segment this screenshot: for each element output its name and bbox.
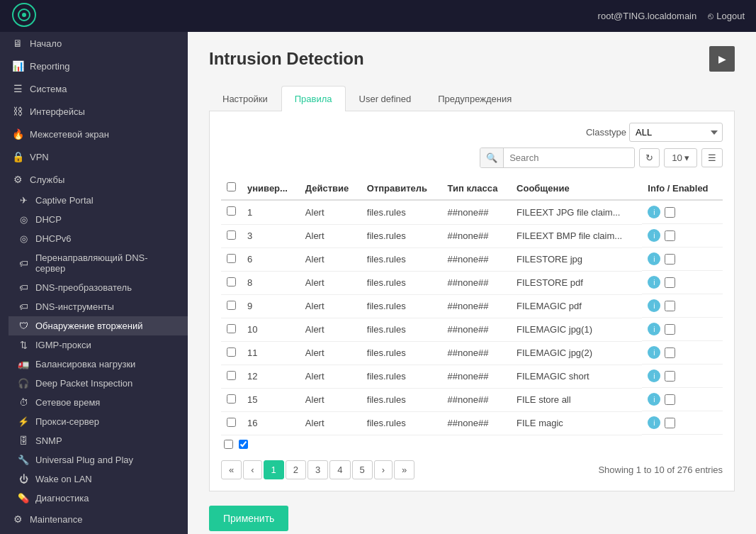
sidebar-item-label: Начало xyxy=(30,38,62,49)
info-icon-9[interactable]: i xyxy=(648,416,660,429)
sidebar-item-intrusion[interactable]: 🛡 Обнаружение вторжений xyxy=(9,316,188,335)
row-classtype-1: ##none## xyxy=(442,224,512,247)
page-first-button[interactable]: « xyxy=(221,460,242,479)
page-next-button[interactable]: › xyxy=(374,460,393,479)
enable-checkbox-6[interactable] xyxy=(665,347,675,358)
sidebar-item-proxy[interactable]: ⚡ Прокси-сервер xyxy=(9,412,188,431)
info-icon-2[interactable]: i xyxy=(648,252,660,265)
maintenance-icon: ⚙ xyxy=(11,513,24,525)
info-icon-1[interactable]: i xyxy=(648,229,660,242)
sidebar-item-captive-portal[interactable]: ✈ Captive Portal xyxy=(9,191,188,210)
row-action-5: Alert xyxy=(300,318,361,341)
row-checkbox-6[interactable] xyxy=(227,347,236,357)
info-icon-4[interactable]: i xyxy=(648,299,660,312)
enable-checkbox-9[interactable] xyxy=(665,418,675,428)
enable-checkbox-8[interactable] xyxy=(665,394,675,405)
enable-checkbox-7[interactable] xyxy=(665,371,675,382)
row-action-1: Alert xyxy=(300,224,361,247)
enable-checkbox-2[interactable] xyxy=(665,254,675,265)
info-icon-6[interactable]: i xyxy=(648,346,660,359)
info-icon-5[interactable]: i xyxy=(648,323,660,335)
logout-button[interactable]: ⎋ Logout xyxy=(708,11,745,21)
sidebar-item-sistema[interactable]: ☰ Система xyxy=(0,77,188,100)
row-classtype-3: ##none## xyxy=(442,271,512,294)
sidebar-item-vpn[interactable]: 🔒 VPN xyxy=(0,145,188,168)
sidebar-item-dhcpv6[interactable]: ◎ DHCPv6 xyxy=(9,229,188,248)
bulk-checkbox-1[interactable] xyxy=(224,440,233,449)
sidebar-item-label: DHCP xyxy=(35,214,62,225)
tab-settings[interactable]: Настройки xyxy=(209,86,281,111)
apply-button[interactable]: Применить xyxy=(209,506,288,531)
sidebar-item-dhcp[interactable]: ◎ DHCP xyxy=(9,210,188,229)
row-message-8: FILE store all xyxy=(511,388,642,411)
tab-user-defined[interactable]: User defined xyxy=(346,86,425,111)
sidebar-item-loadbalancer[interactable]: 🚛 Балансировка нагрузки xyxy=(9,355,188,374)
row-checkbox-7[interactable] xyxy=(227,371,236,380)
bulk-checkbox-2[interactable] xyxy=(239,440,248,449)
sidebar-item-igmp[interactable]: ⇅ IGMP-прокси xyxy=(9,335,188,355)
enable-checkbox-5[interactable] xyxy=(665,324,675,335)
info-icon-0[interactable]: i xyxy=(648,206,660,218)
sidebar-item-nachalo[interactable]: 🖥 Начало xyxy=(0,32,188,55)
sidebar-item-reporting[interactable]: 📊 Reporting xyxy=(0,55,188,77)
play-button[interactable]: ▶ xyxy=(709,46,735,72)
row-sender-1: files.rules xyxy=(361,224,442,247)
search-input[interactable] xyxy=(504,149,634,167)
page-prev-button[interactable]: ‹ xyxy=(243,460,261,479)
row-checkbox-9[interactable] xyxy=(227,418,236,427)
rows-select-button[interactable]: 10 ▾ xyxy=(664,148,697,167)
page-1-button[interactable]: 1 xyxy=(264,460,284,479)
tab-alerts[interactable]: Предупреждения xyxy=(424,86,525,111)
tab-rules[interactable]: Правила xyxy=(281,86,346,111)
sidebar-item-dpi[interactable]: 🎧 Deep Packet Inspection xyxy=(9,374,188,393)
row-info-6: i xyxy=(642,341,723,365)
sidebar-item-time[interactable]: ⏱ Сетевое время xyxy=(9,393,188,412)
sidebar-item-dns-resolver[interactable]: 🏷 DNS-преобразователь xyxy=(9,278,188,297)
row-checkbox-5[interactable] xyxy=(227,324,236,333)
sidebar-item-label: Система xyxy=(30,84,67,94)
info-icon-7[interactable]: i xyxy=(648,369,660,382)
row-checkbox-1[interactable] xyxy=(227,230,236,240)
row-action-4: Alert xyxy=(300,294,361,318)
enable-checkbox-1[interactable] xyxy=(665,230,675,241)
sidebar-item-upnp[interactable]: 🔧 Universal Plug and Play xyxy=(9,450,188,469)
row-checkbox-0[interactable] xyxy=(227,206,236,216)
page-5-button[interactable]: 5 xyxy=(352,460,373,479)
sidebar-item-maintenance[interactable]: ⚙ Maintenance xyxy=(0,508,188,530)
sidebar-item-wol[interactable]: ⏻ Wake on LAN xyxy=(9,469,188,489)
apply-row: Применить xyxy=(209,506,735,531)
info-icon-8[interactable]: i xyxy=(648,393,660,406)
sidebar-item-services[interactable]: ⚙ Службы xyxy=(0,168,188,191)
row-checkbox-3[interactable] xyxy=(227,277,236,287)
vpn-icon: 🔒 xyxy=(11,151,24,162)
sidebar-item-label: Сетевое время xyxy=(35,397,100,408)
row-message-7: FILEMAGIC short xyxy=(511,365,642,388)
row-checkbox-2[interactable] xyxy=(227,254,236,263)
info-icon-3[interactable]: i xyxy=(648,276,660,289)
select-all-checkbox[interactable] xyxy=(227,182,236,191)
row-num-7: 12 xyxy=(242,365,300,388)
system-icon: ☰ xyxy=(11,83,24,94)
dhcpv6-icon: ◎ xyxy=(17,233,30,244)
headphone-icon: 🎧 xyxy=(17,378,30,389)
sidebar-item-dns-forward[interactable]: 🏷 Перенаправляющий DNS-сервер xyxy=(9,248,188,278)
page-last-button[interactable]: » xyxy=(394,460,414,479)
page-3-button[interactable]: 3 xyxy=(308,460,328,479)
bulk-action-row xyxy=(221,440,723,449)
enable-checkbox-0[interactable] xyxy=(665,207,675,218)
page-info: Showing 1 to 10 of 276 entries xyxy=(598,465,723,475)
page-4-button[interactable]: 4 xyxy=(329,460,350,479)
sidebar-item-dns-tools[interactable]: 🏷 DNS-инструменты xyxy=(9,297,188,316)
sidebar-item-interfaces[interactable]: ⛓ Интерфейсы xyxy=(0,100,188,123)
enable-checkbox-4[interactable] xyxy=(665,301,675,311)
refresh-button[interactable]: ↻ xyxy=(639,148,660,167)
classtype-select[interactable]: ALL attempted-admin attempted-user polic… xyxy=(629,123,723,142)
enable-checkbox-3[interactable] xyxy=(665,277,675,288)
sidebar-item-snmp[interactable]: 🗄 SNMP xyxy=(9,431,188,450)
row-checkbox-4[interactable] xyxy=(227,301,236,310)
sidebar-item-diagnostics[interactable]: 💊 Диагностика xyxy=(9,489,188,508)
page-2-button[interactable]: 2 xyxy=(286,460,306,479)
sidebar-item-firewall[interactable]: 🔥 Межсетевой экран xyxy=(0,123,188,145)
row-checkbox-8[interactable] xyxy=(227,394,236,404)
columns-button[interactable]: ☰ xyxy=(701,148,723,167)
